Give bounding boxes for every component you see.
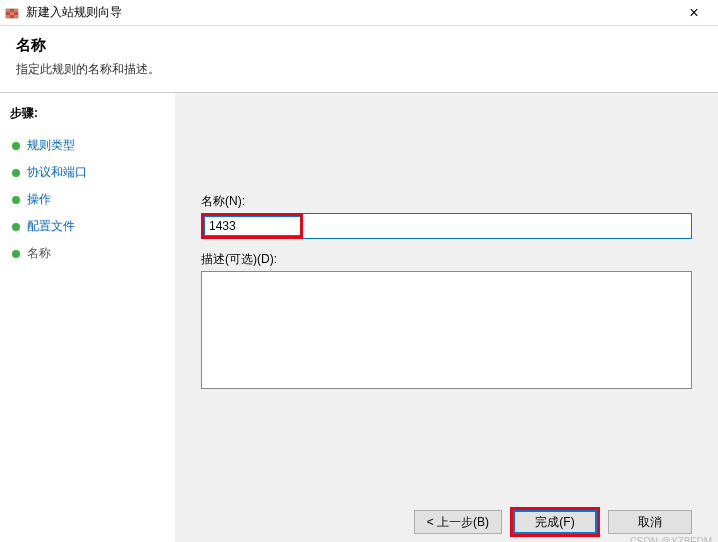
bullet-icon [12,169,20,177]
svg-rect-3 [14,9,18,12]
svg-rect-4 [6,15,10,18]
button-row: < 上一步(B) 完成(F) 取消 [414,507,692,537]
description-label: 描述(可选)(D): [201,251,692,268]
steps-heading: 步骤: [10,105,165,122]
name-input-extension[interactable] [303,213,692,239]
svg-rect-5 [14,15,18,18]
back-button[interactable]: < 上一步(B) [414,510,502,534]
sidebar-item-label: 配置文件 [27,218,75,235]
close-button[interactable]: × [674,0,714,26]
main-panel: 名称(N): 描述(可选)(D): < 上一步(B) 完成(F) 取消 CSDN… [175,93,718,542]
bullet-icon [12,142,20,150]
titlebar: 新建入站规则向导 × [0,0,718,26]
watermark: CSDN @YZBFDM [630,536,712,542]
page-title: 名称 [16,36,702,55]
page-subtitle: 指定此规则的名称和描述。 [16,61,702,78]
svg-rect-2 [10,12,14,15]
sidebar-item-label: 名称 [27,245,51,262]
sidebar-item-label: 操作 [27,191,51,208]
name-label: 名称(N): [201,193,692,210]
sidebar-item-label: 规则类型 [27,137,75,154]
bullet-icon [12,196,20,204]
bullet-icon [12,250,20,258]
sidebar-item-label: 协议和端口 [27,164,87,181]
cancel-button[interactable]: 取消 [608,510,692,534]
finish-highlight: 完成(F) [510,507,600,537]
wizard-header: 名称 指定此规则的名称和描述。 [0,26,718,93]
sidebar-item-profile[interactable]: 配置文件 [10,213,165,240]
description-textarea[interactable] [201,271,692,389]
name-input[interactable] [204,216,300,236]
steps-sidebar: 步骤: 规则类型 协议和端口 操作 配置文件 名称 [0,93,175,542]
firewall-icon [4,5,20,21]
name-highlight [201,213,303,239]
finish-button[interactable]: 完成(F) [513,510,597,534]
sidebar-item-name[interactable]: 名称 [10,240,165,267]
bullet-icon [12,223,20,231]
window-title: 新建入站规则向导 [26,4,674,21]
sidebar-item-rule-type[interactable]: 规则类型 [10,132,165,159]
sidebar-item-protocol-ports[interactable]: 协议和端口 [10,159,165,186]
svg-rect-1 [6,9,10,12]
sidebar-item-action[interactable]: 操作 [10,186,165,213]
